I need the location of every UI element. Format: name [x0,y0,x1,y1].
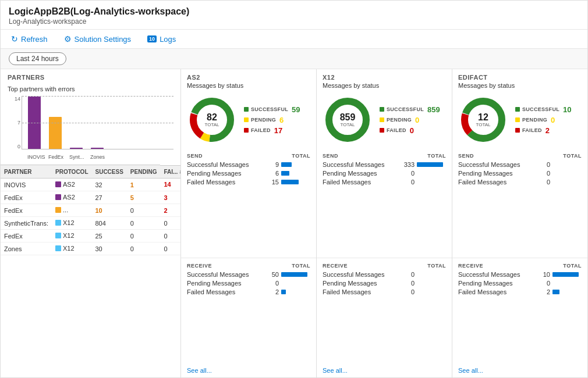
y-label-7: 7 [17,120,20,126]
x12-total-label: TOTAL [340,122,356,127]
as2-donut-section: 82 TOTAL SUCCESSFUL 59 PENDING [181,91,316,151]
partners-table: PARTNER PROTOCOL SUCCESS PENDING FAI... … [1,165,180,377]
as2-send-row-1: Successful Messages 9 [187,161,310,168]
edifact-donut: 12 TOTAL [457,94,509,146]
toolbar: ↻ Refresh ⚙ Solution Settings 10 Logs [1,30,587,49]
table-row: INOVIS AS2 32 1 14 [1,179,180,191]
legend-dot-green [244,107,249,112]
refresh-icon: ↻ [11,34,18,44]
legend-successful: SUCCESSFUL 59 [244,105,300,114]
right-panels: AS2 Messages by status [181,69,587,377]
content-area: PARTNERS Top partners with errors 14 7 0 [1,69,587,377]
edifact-see-all[interactable]: See all... [452,365,587,377]
bar-recv-failed [281,290,286,294]
as2-total-label: TOTAL [204,122,219,127]
as2-subtitle: Messages by status [181,82,316,91]
partners-chart-area: Top partners with errors 14 7 0 [1,83,180,165]
legend-dot-yellow [244,117,249,122]
x-label-inovis: INOVIS [27,154,40,160]
x-label-synt: Synt... [69,154,82,160]
as2-send-row-2: Pending Messages 6 [187,170,310,177]
x-label-zones: Zones [90,154,103,160]
table-row: SyntheticTrans: X12 804 0 0 [1,217,180,230]
x12-title: X12 [317,69,452,82]
as2-donut: 82 TOTAL [186,94,238,146]
legend-pending: PENDING 6 [244,116,300,124]
as2-recv-row-3: Failed Messages 2 [187,288,310,295]
x12-receive-section: RECEIVE TOTAL Successful Messages 0 Pend… [317,261,452,365]
x12-subtitle: Messages by status [317,82,452,91]
bar-fedex [49,117,62,149]
col-partner: PARTNER [1,165,52,179]
table-row: FedEx ... 10 0 2 [1,204,180,217]
x12-total-num: 859 [340,113,356,122]
as2-failed-val: 17 [274,126,282,135]
x12-legend: SUCCESSFUL 859 PENDING 0 FAILED 0 [380,105,440,135]
edifact-legend: SUCCESSFUL 10 PENDING 0 FAILED 2 [515,105,571,135]
bar-synt [70,148,83,149]
time-filter-bar: Last 24 hours [1,49,587,69]
as2-successful-val: 59 [292,105,300,114]
as2-legend: SUCCESSFUL 59 PENDING 6 FAILED 17 [244,105,300,135]
partners-title: PARTNERS [1,69,180,83]
partners-panel: PARTNERS Top partners with errors 14 7 0 [1,69,181,377]
logs-icon: 10 [147,35,157,42]
y-label-0: 0 [17,144,20,149]
col-protocol: PROTOCOL [52,165,91,179]
y-label-14: 14 [15,96,20,102]
bar-zones [91,148,104,149]
edifact-send-section: SEND TOTAL Successful Messages 0 Pending… [452,151,587,255]
x12-panel: X12 Messages by status 859 TOTAL [317,69,452,377]
as2-see-all[interactable]: See all... [181,365,316,377]
edifact-panel: EDIFACT Messages by status 12 [452,69,587,377]
as2-receive-section: RECEIVE TOTAL Successful Messages 50 Pen… [181,261,316,365]
page-title: LogicAppB2B(Log-Analytics-workspace) [9,6,579,17]
legend-failed: FAILED 17 [244,126,300,135]
col-failed: FAI... ↓ [160,165,180,179]
col-pending: PENDING [127,165,161,179]
solution-settings-button[interactable]: ⚙ Solution Settings [62,33,134,45]
col-success: SUCCESS [92,165,127,179]
x12-donut: 859 TOTAL [321,94,374,146]
refresh-button[interactable]: ↻ Refresh [9,33,50,45]
legend-dot-red [244,128,249,133]
as2-send-row-3: Failed Messages 15 [187,179,310,186]
as2-panel: AS2 Messages by status [181,69,317,377]
as2-total-num: 82 [204,113,219,122]
x12-see-all[interactable]: See all... [317,365,452,377]
as2-recv-row-2: Pending Messages 0 [187,280,310,287]
logs-button[interactable]: 10 Logs [145,34,178,45]
chart-subtitle: Top partners with errors [8,85,173,92]
bar-send-pending [281,171,289,176]
edifact-receive-section: RECEIVE TOTAL Successful Messages 10 Pen… [452,261,587,365]
as2-recv-row-1: Successful Messages 50 [187,271,310,278]
gear-icon: ⚙ [64,34,72,44]
x-label-fedex: FedEx [48,154,61,160]
edifact-total-num: 12 [476,113,490,122]
x12-send-section: SEND TOTAL Successful Messages 333 Pendi… [317,151,452,255]
edifact-donut-section: 12 TOTAL SUCCESSFUL 10 PENDING [452,91,587,151]
table-row: Zones X12 30 0 0 [1,243,180,255]
page-subtitle: Log-Analytics-workspace [9,17,579,26]
as2-send-title: SEND TOTAL [187,153,310,159]
edifact-subtitle: Messages by status [452,82,587,91]
bar-send-failed [281,180,299,184]
bar-send-success [281,162,292,167]
time-range-button[interactable]: Last 24 hours [9,52,66,65]
as2-pending-val: 6 [279,116,284,124]
x12-donut-section: 859 TOTAL SUCCESSFUL 859 PENDING [317,91,452,151]
as2-receive-title: RECEIVE TOTAL [187,263,310,269]
table-row: FedEx X12 25 0 0 [1,230,180,243]
header: LogicAppB2B(Log-Analytics-workspace) Log… [1,1,587,30]
as2-title: AS2 [181,69,316,82]
edifact-title: EDIFACT [452,69,587,82]
bar-recv-success [281,272,307,277]
edifact-total-label: TOTAL [476,122,490,127]
as2-send-section: SEND TOTAL Successful Messages 9 Pending… [181,151,316,255]
table-row: FedEx AS2 27 5 3 [1,191,180,204]
